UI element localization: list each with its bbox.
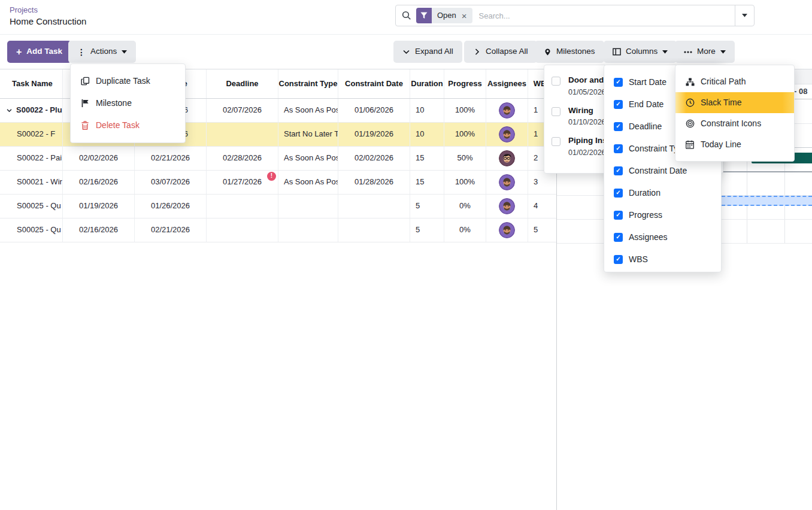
end-date-cell: 02/21/2026 bbox=[135, 218, 207, 242]
task-name-cell: S00021 - Wir bbox=[0, 171, 63, 194]
menu-item-critical-path[interactable]: Critical Path bbox=[675, 71, 794, 92]
checkbox-checked-icon bbox=[614, 211, 623, 220]
progress-cell: 50% bbox=[444, 147, 486, 170]
milestone-checkbox[interactable] bbox=[552, 77, 560, 86]
menu-item-duplicate-task[interactable]: Duplicate Task bbox=[71, 70, 185, 92]
column-header-constraint-date[interactable]: Constraint Date bbox=[338, 69, 410, 98]
column-toggle-wbs[interactable]: WBS bbox=[604, 248, 721, 271]
bullseye-icon bbox=[685, 119, 695, 128]
avatar[interactable] bbox=[499, 126, 515, 142]
column-header-progress[interactable]: Progress bbox=[444, 69, 486, 98]
avatar[interactable] bbox=[499, 102, 515, 119]
row-expand-chevron-icon[interactable] bbox=[6, 107, 13, 114]
checkbox-checked-icon bbox=[614, 166, 623, 175]
actions-button[interactable]: ⋮ Actions bbox=[68, 41, 136, 63]
actions-menu: Duplicate Task Milestone Delete Task bbox=[70, 63, 186, 143]
assignees-cell bbox=[486, 99, 528, 122]
search-bar[interactable]: Open × bbox=[395, 5, 755, 26]
search-dropdown-toggle[interactable] bbox=[735, 5, 754, 26]
assignees-cell bbox=[486, 218, 528, 242]
menu-item-constraint-icons[interactable]: Constraint Icons bbox=[675, 113, 794, 134]
menu-item-slack-time[interactable]: Slack Time bbox=[675, 92, 794, 113]
checkbox-checked-icon bbox=[614, 144, 623, 153]
progress-cell: 100% bbox=[444, 171, 486, 194]
column-header-task-name[interactable]: Task Name bbox=[0, 69, 63, 98]
wbs-cell: 3 bbox=[528, 171, 557, 194]
add-task-button[interactable]: + Add Task bbox=[7, 41, 71, 63]
facet-label: Open bbox=[437, 11, 456, 20]
deadline-cell bbox=[207, 195, 278, 218]
columns-button[interactable]: Columns bbox=[604, 41, 677, 63]
collapse-all-label: Collapse All bbox=[486, 47, 528, 57]
table-row[interactable]: S00025 - Qu 01/19/2026 01/26/2026 5 0% 4 bbox=[0, 195, 557, 218]
milestone-checkbox[interactable] bbox=[552, 137, 560, 146]
constraint-type-cell bbox=[278, 195, 338, 218]
checkbox-checked-icon bbox=[614, 122, 623, 131]
search-facet[interactable]: Open × bbox=[416, 8, 472, 23]
map-pin-icon bbox=[544, 48, 552, 56]
filter-icon bbox=[416, 8, 432, 23]
critical-path-icon bbox=[685, 78, 695, 86]
progress-cell: 100% bbox=[444, 123, 486, 146]
task-name-cell: S00022 - F bbox=[0, 123, 63, 146]
deadline-cell bbox=[207, 123, 278, 146]
wbs-cell: 5 bbox=[528, 218, 557, 242]
task-name-cell: S00025 - Qu bbox=[0, 218, 63, 242]
avatar[interactable] bbox=[499, 150, 515, 166]
column-header-duration[interactable]: Duration bbox=[410, 69, 444, 98]
breadcrumb[interactable]: Projects bbox=[10, 5, 38, 15]
table-row[interactable]: S00025 - Qu 02/16/2026 02/21/2026 5 0% 5 bbox=[0, 218, 557, 242]
trash-icon bbox=[80, 121, 90, 130]
search-input[interactable] bbox=[478, 11, 735, 21]
start-date-cell: 02/02/2026 bbox=[63, 147, 135, 170]
gantt-slack-band bbox=[722, 196, 812, 206]
column-header-assignees[interactable]: Assignees bbox=[486, 69, 528, 98]
end-date-cell: 02/21/2026 bbox=[135, 147, 207, 170]
column-header-deadline[interactable]: Deadline bbox=[207, 69, 278, 98]
task-name-cell: S00022 - Plu bbox=[0, 99, 63, 122]
milestones-label: Milestones bbox=[556, 47, 595, 57]
end-date-cell: 01/26/2026 bbox=[135, 195, 207, 218]
search-icon bbox=[402, 11, 411, 20]
assignees-cell bbox=[486, 195, 528, 218]
more-button[interactable]: More bbox=[675, 41, 735, 63]
plus-icon: + bbox=[16, 47, 22, 57]
constraint-type-cell: As Soon As Poss bbox=[278, 171, 338, 194]
duration-cell: 10 bbox=[410, 99, 444, 122]
avatar[interactable] bbox=[499, 222, 515, 238]
collapse-all-button[interactable]: Collapse All bbox=[464, 41, 537, 63]
columns-label: Columns bbox=[626, 47, 658, 57]
start-date-cell: 02/16/2026 bbox=[63, 218, 135, 242]
expand-all-button[interactable]: Expand All bbox=[393, 41, 462, 63]
gantt-week-label: - 08 bbox=[794, 84, 807, 99]
constraint-date-cell: 01/28/2026 bbox=[338, 171, 410, 194]
menu-item-today-line[interactable]: Today Line bbox=[675, 134, 794, 155]
column-toggle-duration[interactable]: Duration bbox=[604, 182, 721, 204]
facet-close-icon[interactable]: × bbox=[462, 11, 467, 20]
column-header-constraint-type[interactable]: Constraint Type bbox=[278, 69, 338, 98]
top-bar: Projects Home Construction Open × bbox=[0, 0, 812, 35]
more-menu: Critical Path Slack Time Constraint Icon… bbox=[675, 65, 795, 162]
checkbox-checked-icon bbox=[614, 189, 623, 198]
chevron-down-icon bbox=[402, 48, 410, 56]
kebab-icon: ⋮ bbox=[77, 48, 86, 56]
menu-item-delete-task[interactable]: Delete Task bbox=[71, 114, 185, 136]
column-toggle-constraint-date[interactable]: Constraint Date bbox=[604, 160, 721, 182]
duration-cell: 10 bbox=[410, 123, 444, 146]
column-toggle-progress[interactable]: Progress bbox=[604, 204, 721, 226]
constraint-date-cell: 02/02/2026 bbox=[338, 147, 410, 170]
menu-item-milestone[interactable]: Milestone bbox=[71, 92, 185, 114]
table-row[interactable]: S00021 - Wir 02/16/2026 03/07/2026 01/27… bbox=[0, 171, 557, 195]
column-toggle-assignees[interactable]: Assignees bbox=[604, 226, 721, 248]
deadline-cell: 02/28/2026 bbox=[207, 147, 278, 170]
milestone-checkbox[interactable] bbox=[552, 107, 560, 116]
more-label: More bbox=[697, 47, 716, 57]
duration-cell: 15 bbox=[410, 147, 444, 170]
avatar[interactable] bbox=[499, 174, 515, 190]
table-row[interactable]: S00022 - Pai 02/02/2026 02/21/2026 02/28… bbox=[0, 147, 557, 171]
wbs-cell: 4 bbox=[528, 195, 557, 218]
avatar[interactable] bbox=[499, 198, 515, 214]
constraint-type-cell bbox=[278, 218, 338, 242]
duration-cell: 5 bbox=[410, 195, 444, 218]
milestones-button[interactable]: Milestones bbox=[535, 41, 604, 63]
